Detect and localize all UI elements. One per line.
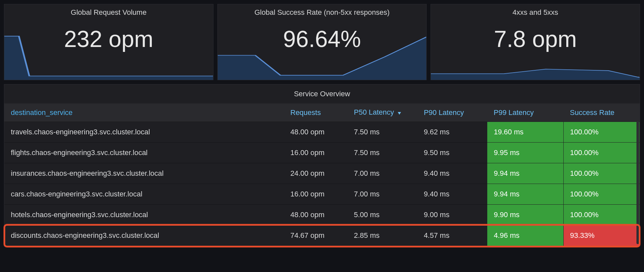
column-header-p90-latency[interactable]: P90 Latency: [417, 103, 487, 122]
table-wrap: destination_service Requests P50 Latency…: [4, 103, 640, 246]
stat-value: 96.64%: [218, 26, 427, 52]
table-row[interactable]: cars.chaos-engineering3.svc.cluster.loca…: [4, 184, 640, 205]
cell-destination-service: flights.chaos-engineering3.svc.cluster.l…: [4, 143, 284, 163]
stat-panel-global-success-rate[interactable]: Global Success Rate (non-5xx responses) …: [217, 4, 427, 80]
cell-success-rate: 100.00%: [563, 143, 640, 163]
cell-p90-latency: 4.57 ms: [417, 225, 487, 246]
stat-title: Global Request Volume: [4, 4, 213, 17]
cell-destination-service: insurances.chaos-engineering3.svc.cluste…: [4, 163, 284, 184]
table-row[interactable]: insurances.chaos-engineering3.svc.cluste…: [4, 163, 640, 184]
cell-p50-latency: 7.50 ms: [347, 122, 417, 143]
cell-success-rate: 100.00%: [563, 163, 640, 184]
table-row[interactable]: hotels.chaos-engineering3.svc.cluster.lo…: [4, 205, 640, 225]
table-row[interactable]: flights.chaos-engineering3.svc.cluster.l…: [4, 143, 640, 163]
cell-requests: 24.00 opm: [284, 163, 348, 184]
cell-requests: 16.00 opm: [284, 184, 348, 205]
cell-p99-latency: 9.94 ms: [487, 163, 564, 184]
cell-p90-latency: 9.40 ms: [417, 184, 487, 205]
service-overview-table: destination_service Requests P50 Latency…: [4, 103, 640, 246]
cell-success-rate: 100.00%: [563, 205, 640, 225]
column-header-destination-service[interactable]: destination_service: [4, 103, 284, 122]
cell-p99-latency: 4.96 ms: [487, 225, 564, 246]
table-header-row: destination_service Requests P50 Latency…: [4, 103, 640, 122]
cell-p99-latency: 9.95 ms: [487, 143, 564, 163]
table-row[interactable]: discounts.chaos-engineering3.svc.cluster…: [4, 225, 640, 246]
cell-p50-latency: 2.85 ms: [347, 225, 417, 246]
scrollbar-track[interactable]: [636, 121, 639, 244]
cell-p99-latency: 19.60 ms: [487, 122, 564, 143]
cell-p50-latency: 7.00 ms: [347, 163, 417, 184]
cell-destination-service: cars.chaos-engineering3.svc.cluster.loca…: [4, 184, 284, 205]
cell-success-rate: 100.00%: [563, 122, 640, 143]
sort-desc-icon: [397, 108, 401, 117]
cell-p90-latency: 9.00 ms: [417, 205, 487, 225]
column-header-p99-latency[interactable]: P99 Latency: [487, 103, 564, 122]
cell-destination-service: hotels.chaos-engineering3.svc.cluster.lo…: [4, 205, 284, 225]
cell-p90-latency: 9.50 ms: [417, 143, 487, 163]
cell-p99-latency: 9.90 ms: [487, 205, 564, 225]
stats-row: Global Request Volume 232 opm Global Suc…: [4, 4, 640, 80]
stat-value: 232 opm: [4, 26, 213, 52]
cell-p50-latency: 7.50 ms: [347, 143, 417, 163]
table-title: Service Overview: [4, 84, 640, 103]
cell-destination-service: travels.chaos-engineering3.svc.cluster.l…: [4, 122, 284, 143]
stat-title: 4xxs and 5xxs: [431, 4, 640, 17]
cell-destination-service: discounts.chaos-engineering3.svc.cluster…: [4, 225, 284, 246]
column-header-label: P50 Latency: [354, 108, 394, 116]
cell-p50-latency: 7.00 ms: [347, 184, 417, 205]
table-row[interactable]: travels.chaos-engineering3.svc.cluster.l…: [4, 122, 640, 143]
cell-requests: 48.00 opm: [284, 122, 348, 143]
cell-p99-latency: 9.94 ms: [487, 184, 564, 205]
table-body: travels.chaos-engineering3.svc.cluster.l…: [4, 122, 640, 246]
stat-panel-global-request-volume[interactable]: Global Request Volume 232 opm: [4, 4, 213, 80]
cell-p90-latency: 9.40 ms: [417, 163, 487, 184]
column-header-requests[interactable]: Requests: [284, 103, 348, 122]
cell-requests: 48.00 opm: [284, 205, 348, 225]
cell-success-rate: 100.00%: [563, 184, 640, 205]
cell-requests: 16.00 opm: [284, 143, 348, 163]
cell-requests: 74.67 opm: [284, 225, 348, 246]
stat-title: Global Success Rate (non-5xx responses): [218, 4, 427, 17]
stat-value: 7.8 opm: [431, 26, 640, 52]
cell-p90-latency: 9.62 ms: [417, 122, 487, 143]
cell-p50-latency: 5.00 ms: [347, 205, 417, 225]
column-header-p50-latency[interactable]: P50 Latency: [347, 103, 417, 122]
service-overview-panel: Service Overview destination_service Req…: [4, 84, 640, 246]
cell-success-rate: 93.33%: [563, 225, 640, 246]
column-header-success-rate[interactable]: Success Rate: [563, 103, 640, 122]
stat-panel-4xxs-5xxs[interactable]: 4xxs and 5xxs 7.8 opm: [431, 4, 640, 80]
